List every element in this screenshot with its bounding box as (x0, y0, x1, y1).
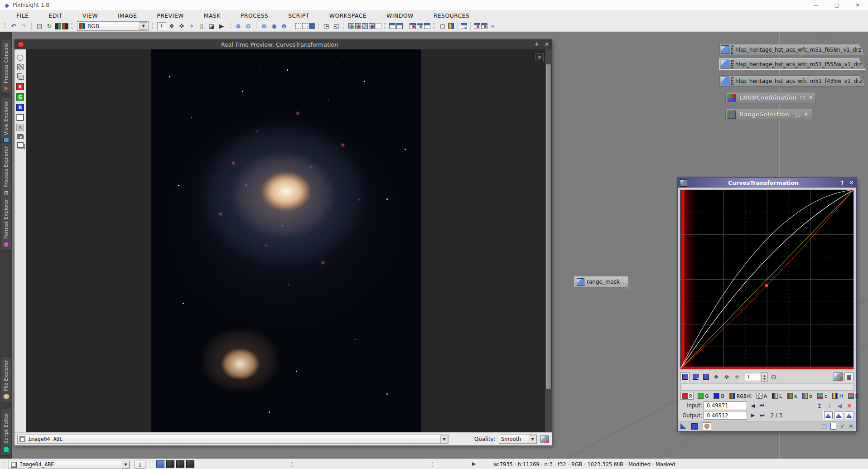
channel-hue-button[interactable]: H (831, 392, 844, 399)
icc-profile-selector[interactable]: RGB ▼ (77, 21, 149, 31)
channel-lightness-button[interactable]: L (771, 392, 783, 399)
menu-process[interactable]: PROCESS (231, 12, 278, 19)
interpolation-linear-icon[interactable] (845, 411, 854, 419)
channel-b-button[interactable]: B (713, 392, 725, 399)
dock-tab-view-explorer[interactable]: View Explorer (1, 97, 11, 147)
close-all-workspaces-icon[interactable] (481, 23, 487, 29)
menu-workspace[interactable]: WORKSPACE (319, 12, 376, 19)
edit-point-mode-icon[interactable] (680, 372, 690, 381)
preview-mode-icon[interactable] (309, 23, 315, 29)
mask-select-icon[interactable] (362, 23, 368, 29)
track-view-icon[interactable]: ↥ (815, 401, 824, 410)
active-view-selector[interactable]: Image04_ABE ▼ (9, 460, 130, 469)
delete-point-mode-icon[interactable] (701, 372, 710, 381)
minimized-lrgbcombination[interactable]: LRGBCombination □ ✕ (725, 92, 816, 103)
minimized-image-f555w[interactable]: FITS hlsp_heritage_hst_acs_wfc_m51_f555w… (719, 58, 866, 70)
realtime-preview-toggle-icon[interactable] (703, 422, 711, 430)
undock-window-icon[interactable]: ◳ (322, 22, 331, 30)
reset-icon[interactable]: ✕ (849, 423, 854, 430)
red-channel-icon[interactable]: R (16, 83, 24, 90)
curve-pan-icon[interactable]: ✛ (733, 372, 742, 381)
dock-tab-format-explorer[interactable]: Format Explorer (1, 195, 11, 251)
chevron-down-icon[interactable]: ▼ (440, 435, 448, 443)
channel-a-button[interactable]: a (786, 392, 798, 399)
view-mode-button[interactable]: ▯ (135, 460, 145, 469)
curve-zoom-out-icon[interactable]: ✜ (722, 372, 731, 381)
dock-tab-file-explorer[interactable]: File Explorer (1, 356, 11, 402)
close-icon[interactable]: ✕ (847, 0, 868, 10)
interpolation-cubic-icon[interactable] (824, 411, 833, 419)
menu-image[interactable]: IMAGE (108, 12, 147, 19)
snapshot-icon[interactable] (17, 134, 24, 139)
mask-show-icon[interactable] (355, 23, 361, 29)
restore-icon[interactable]: □ (796, 111, 800, 117)
new-instance-icon[interactable] (680, 423, 686, 429)
reset-channel-icon[interactable]: ✕ (845, 401, 854, 410)
snap-view-icon[interactable]: ↧ (825, 401, 834, 410)
screen-transfer-functions-icon[interactable]: ↻ (45, 22, 54, 30)
menu-view[interactable]: VIEW (72, 12, 108, 19)
output-value-field[interactable]: 0.46512 (704, 411, 747, 420)
shade-window-icon[interactable]: ◱ (332, 22, 341, 30)
play-icon[interactable]: ▶ (472, 461, 476, 467)
statusbar-grip[interactable] (2, 460, 5, 468)
rgb-channels-icon[interactable] (17, 114, 24, 121)
close-icon[interactable]: ✕ (809, 95, 813, 101)
chevron-down-icon[interactable]: ▼ (122, 461, 130, 469)
maximize-icon[interactable]: ▢ (826, 0, 847, 10)
redo-icon[interactable]: ↷ (19, 22, 28, 30)
statusbar-grip[interactable] (291, 460, 294, 468)
color-management-icon[interactable] (448, 23, 454, 29)
close-icon[interactable]: ✕ (804, 111, 808, 117)
alpha-channel-icon[interactable]: A (16, 124, 24, 131)
channel-alpha-button[interactable]: A (756, 392, 768, 399)
duplicate-preview-icon[interactable] (302, 23, 308, 29)
previous-point-icon[interactable]: ◀ (748, 403, 757, 409)
interpolation-akima-icon[interactable] (834, 411, 843, 419)
layers-icon[interactable] (17, 73, 24, 80)
zoom-selection-mode-icon[interactable]: ◪ (207, 22, 216, 30)
mask-enable-icon[interactable] (348, 23, 354, 29)
minimize-icon[interactable]: — (805, 0, 826, 10)
quality-selector[interactable]: Smooth ▼ (499, 435, 537, 444)
preview-add-icon[interactable]: ✛ (532, 41, 542, 48)
revert-curve-icon[interactable]: ◀ (835, 401, 844, 410)
contract-mode-icon[interactable]: ✜ (177, 22, 186, 30)
green-channel-icon[interactable]: G (16, 93, 24, 101)
minimized-rangeselection[interactable]: RangeSelection □ ✕ (725, 109, 812, 120)
send-to-workspace-icon[interactable] (461, 23, 467, 29)
dock-tab-process-console[interactable]: Process Console (1, 39, 11, 94)
workspace-3-button[interactable] (176, 460, 184, 468)
scrollbar-thumb[interactable] (545, 64, 552, 389)
window-icon[interactable] (389, 23, 395, 29)
workspace-4-button[interactable] (186, 460, 194, 468)
toolbar-overflow-icon[interactable]: » (488, 22, 497, 30)
blue-channel-icon[interactable]: B (16, 104, 24, 111)
windows-stack-icon[interactable] (17, 142, 24, 148)
menu-resources[interactable]: RESOURCES (424, 12, 480, 19)
menu-edit[interactable]: EDIT (39, 12, 72, 19)
preview-close-icon[interactable]: ✕ (542, 41, 552, 48)
channel-c-button[interactable]: c (816, 392, 828, 399)
minimized-image-f435w[interactable]: FITS hlsp_heritage_hst_acs_wfc_m51_f435w… (719, 75, 866, 87)
stf-auto-stretch-icon[interactable] (55, 23, 61, 29)
curves-shortcut-icon[interactable] (540, 435, 549, 443)
channel-rgbk-button[interactable]: RGB/K (728, 392, 752, 399)
browse-documentation-icon[interactable] (830, 423, 836, 430)
selection-mode-icon[interactable]: ▯ (197, 22, 206, 30)
checker-mask-icon[interactable] (17, 64, 24, 70)
chevron-down-icon[interactable]: ▼ (529, 435, 536, 443)
vertical-scrollbar[interactable] (545, 49, 552, 432)
window-close-all-icon[interactable] (410, 23, 416, 29)
channel-r-button[interactable]: R (680, 392, 694, 400)
new-preview-icon[interactable] (295, 23, 301, 29)
expand-mode-icon[interactable]: ❖ (167, 22, 176, 30)
workspace-2-button[interactable] (166, 460, 174, 468)
channel-b-cielab-button[interactable]: b (801, 392, 813, 399)
spinner-arrows-icon[interactable]: ▲▼ (761, 372, 768, 382)
window-show-all-icon[interactable] (417, 23, 423, 29)
dialog-titlebar[interactable]: CurvesTransformation ↥✕ (678, 178, 856, 188)
window-tile-icon[interactable] (396, 23, 403, 29)
stf-reset-icon[interactable] (62, 23, 68, 29)
next-point-icon[interactable]: ▶ (748, 412, 757, 418)
